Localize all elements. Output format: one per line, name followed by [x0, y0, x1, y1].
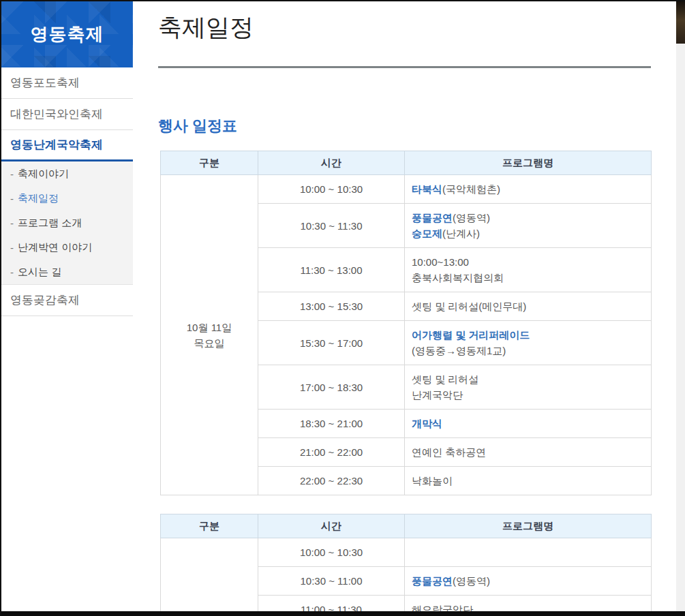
program-cell: 풍물공연(영동역)	[405, 567, 652, 596]
program-text: 10:00~13:00	[412, 256, 469, 268]
column-header: 시간	[258, 514, 405, 538]
title-divider	[158, 66, 651, 68]
subitem-label: 난계박연 이야기	[18, 241, 92, 254]
sidebar-item[interactable]: 영동곶감축제	[1, 285, 133, 316]
time-cell: 13:00 ~ 15:30	[258, 292, 405, 321]
program-text: 난계국악단	[412, 389, 463, 401]
sidebar-subitem[interactable]: -축제일정	[1, 186, 133, 211]
column-header: 시간	[258, 151, 405, 175]
sidebar-subitem[interactable]: -오시는 길	[1, 260, 133, 284]
program-link[interactable]: 숭모제	[412, 228, 442, 239]
sidebar-submenu: -축제이야기-축제일정-프로그램 소개-난계박연 이야기-오시는 길	[1, 161, 133, 285]
program-cell: 연예인 축하공연	[405, 438, 652, 467]
page-title: 축제일정	[158, 12, 651, 42]
time-cell: 10:30 ~ 11:30	[258, 204, 405, 248]
time-cell: 21:00 ~ 22:00	[258, 438, 405, 467]
program-cell: 타북식(국악체험촌)	[405, 175, 652, 204]
time-cell: 22:00 ~ 22:30	[258, 467, 405, 495]
sidebar-subitem[interactable]: -축제이야기	[1, 161, 133, 186]
date-cell	[161, 538, 258, 616]
scrollbar-thumb[interactable]	[676, 1, 685, 44]
time-cell: 17:00 ~ 18:30	[258, 365, 405, 410]
program-cell: 셋팅 및 리허설(메인무대)	[405, 292, 652, 321]
time-cell: 10:00 ~ 10:30	[258, 538, 405, 567]
sidebar: 영동축제 영동포도축제대한민국와인축제영동난계국악축제-축제이야기-축제일정-프…	[1, 1, 133, 316]
column-header: 프로그램명	[405, 151, 652, 175]
time-cell: 18:30 ~ 21:00	[258, 410, 405, 438]
program-cell	[405, 538, 652, 567]
program-link[interactable]: 풍물공연	[412, 575, 453, 587]
subitem-dash: -	[10, 266, 14, 278]
sidebar-item[interactable]: 영동난계국악축제	[1, 130, 133, 161]
program-text: 셋팅 및 리허설(메인무대)	[412, 301, 526, 312]
main-content: 축제일정 행사 일정표 구분시간프로그램명10월 11일목요일10:00 ~ 1…	[158, 1, 651, 616]
schedule-table: 구분시간프로그램명10:00 ~ 10:3010:30 ~ 11:00풍물공연(…	[160, 514, 652, 616]
time-cell: 11:30 ~ 13:00	[258, 248, 405, 292]
subitem-label: 오시는 길	[18, 266, 61, 279]
column-header: 구분	[161, 514, 258, 538]
program-link[interactable]: 개막식	[412, 418, 442, 429]
program-text: 충북사회복지협의회	[412, 272, 504, 283]
time-cell: 15:30 ~ 17:00	[258, 321, 405, 365]
program-link[interactable]: 타북식	[412, 183, 442, 195]
sidebar-title: 영동축제	[1, 1, 133, 67]
program-cell: 셋팅 및 리허설난계국악단	[405, 365, 652, 410]
subitem-dash: -	[10, 193, 14, 204]
program-text: 연예인 축하공연	[412, 446, 486, 458]
page: 영동축제 영동포도축제대한민국와인축제영동난계국악축제-축제이야기-축제일정-프…	[0, 0, 685, 616]
schedule-row: 10:00 ~ 10:30	[161, 538, 652, 567]
schedule-row: 10월 11일목요일10:00 ~ 10:30타북식(국악체험촌)	[161, 175, 652, 204]
program-link[interactable]: 풍물공연	[412, 212, 453, 224]
sidebar-item[interactable]: 영동포도축제	[1, 67, 133, 99]
sidebar-subitem[interactable]: -프로그램 소개	[1, 211, 133, 235]
time-cell: 10:00 ~ 10:30	[258, 175, 405, 204]
program-cell: 어가행렬 및 거리퍼레이드(영동중→영동제1교)	[405, 321, 652, 365]
subitem-label: 축제이야기	[18, 168, 69, 181]
program-text: 셋팅 및 리허설	[412, 373, 478, 385]
section-title: 행사 일정표	[158, 117, 651, 135]
program-text: (영동역)	[453, 212, 490, 224]
program-cell: 낙화놀이	[405, 467, 652, 495]
column-header: 프로그램명	[405, 514, 652, 538]
program-cell: 10:00~13:00충북사회복지협의회	[405, 248, 652, 292]
date-cell: 10월 11일목요일	[161, 175, 258, 495]
scrollbar-track[interactable]	[676, 1, 685, 616]
subitem-dash: -	[10, 242, 14, 253]
program-cell: 풍물공연(영동역)숭모제(난계사)	[405, 204, 652, 248]
sidebar-item[interactable]: 대한민국와인축제	[1, 99, 133, 130]
sidebar-subitem[interactable]: -난계박연 이야기	[1, 235, 133, 260]
bottom-border	[1, 611, 685, 616]
program-cell: 개막식	[405, 410, 652, 438]
subitem-dash: -	[10, 168, 14, 180]
program-text: (난계사)	[442, 228, 480, 239]
schedule-table: 구분시간프로그램명10월 11일목요일10:00 ~ 10:30타북식(국악체험…	[160, 151, 652, 495]
program-text: (영동중→영동제1교)	[412, 345, 506, 356]
sidebar-menu: 영동포도축제대한민국와인축제영동난계국악축제-축제이야기-축제일정-프로그램 소…	[1, 67, 133, 316]
program-text: (국악체험촌)	[442, 183, 500, 195]
schedule-tables: 구분시간프로그램명10월 11일목요일10:00 ~ 10:30타북식(국악체험…	[158, 151, 651, 616]
program-link[interactable]: 어가행렬 및 거리퍼레이드	[412, 329, 530, 341]
column-header: 구분	[161, 151, 258, 175]
time-cell: 10:30 ~ 11:00	[258, 567, 405, 596]
program-text: (영동역)	[453, 575, 490, 587]
subitem-dash: -	[10, 217, 14, 229]
subitem-label: 프로그램 소개	[18, 217, 82, 230]
subitem-label: 축제일정	[18, 192, 59, 205]
program-text: 낙화놀이	[412, 475, 453, 487]
